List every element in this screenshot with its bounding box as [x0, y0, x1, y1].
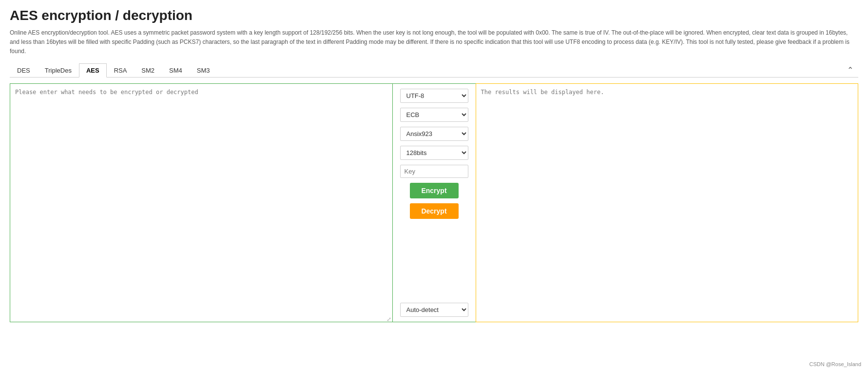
output-textarea[interactable] — [476, 84, 858, 322]
keysize-select[interactable]: 128bits 192bits 256bits — [400, 146, 468, 160]
input-panel: ⤢ — [10, 83, 393, 322]
chevron-up-icon[interactable]: ⌃ — [847, 65, 853, 75]
tab-rsa[interactable]: RSA — [107, 63, 135, 77]
decrypt-button[interactable]: Decrypt — [410, 203, 459, 219]
page-description: Online AES encryption/decryption tool. A… — [10, 28, 858, 57]
tab-sm3[interactable]: SM3 — [190, 63, 217, 77]
tabs-row: DES TripleDes AES RSA SM2 SM4 SM3 ⌃ — [10, 63, 858, 78]
key-input[interactable] — [400, 165, 468, 178]
tab-des[interactable]: DES — [10, 63, 38, 77]
middle-panel: UTF-8 UTF-16 ASCII HEX Base64 ECB CBC CF… — [393, 83, 476, 322]
tab-sm4[interactable]: SM4 — [162, 63, 190, 77]
page-title: AES encryption / decryption — [10, 8, 858, 23]
encoding-select[interactable]: UTF-8 UTF-16 ASCII HEX Base64 — [400, 89, 468, 103]
tab-aes[interactable]: AES — [79, 63, 107, 78]
tab-sm2[interactable]: SM2 — [134, 63, 162, 77]
output-panel — [476, 83, 859, 322]
resize-handle[interactable]: ⤢ — [386, 316, 391, 321]
bottom-select-row: Auto-detect UTF-8 HEX Base64 — [397, 303, 472, 317]
input-textarea[interactable] — [10, 84, 392, 322]
mode-select[interactable]: ECB CBC CFB OFB CTR — [400, 108, 468, 122]
encoding-row: UTF-8 UTF-16 ASCII HEX Base64 — [397, 89, 472, 103]
padding-select[interactable]: Ansix923 PKCS7 NoPadding ZeroPadding — [400, 127, 468, 141]
output-encoding-select[interactable]: Auto-detect UTF-8 HEX Base64 — [400, 303, 468, 317]
tab-tripledes[interactable]: TripleDes — [38, 63, 79, 77]
encrypt-button[interactable]: Encrypt — [410, 183, 459, 198]
main-area: ⤢ UTF-8 UTF-16 ASCII HEX Base64 ECB CBC … — [10, 83, 858, 322]
